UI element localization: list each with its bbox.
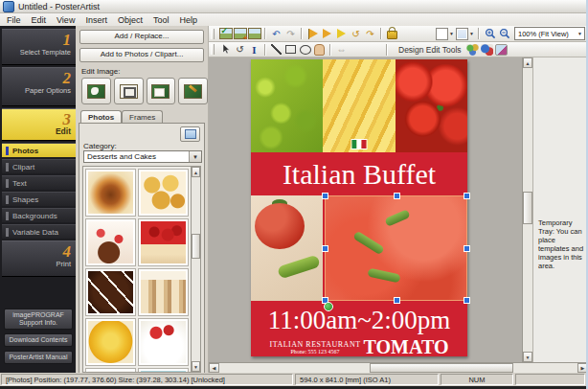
scroll-down-button[interactable]: ▼: [523, 352, 532, 362]
design-edit-tools-label: Design Edit Tools: [398, 45, 462, 55]
tab-photos[interactable]: Photos: [80, 110, 122, 123]
resize-handle-top-right[interactable]: [464, 193, 470, 199]
toolbar-grip[interactable]: [211, 44, 215, 55]
posterartist-manual-button[interactable]: PosterArtist Manual: [4, 351, 73, 364]
selected-photo-object[interactable]: [325, 195, 467, 301]
fit-view-button[interactable]: ⇔: [334, 43, 349, 57]
menu-tool[interactable]: Tool: [153, 15, 170, 25]
tomatoes-image[interactable]: [396, 59, 467, 152]
align-left-button[interactable]: [305, 27, 320, 40]
photo-thumbnail[interactable]: [85, 218, 136, 266]
photo-thumbnail[interactable]: [85, 268, 136, 316]
scroll-up-button[interactable]: ▲: [523, 57, 532, 68]
resize-handle-middle-left[interactable]: [322, 245, 328, 252]
scroll-up-button[interactable]: ▲: [192, 167, 200, 177]
redo-button[interactable]: ↷: [283, 27, 298, 40]
canvas-vertical-scrollbar[interactable]: ▲ ▼: [522, 57, 532, 362]
menu-view[interactable]: View: [57, 15, 75, 25]
line-tool-button[interactable]: [269, 43, 283, 57]
text-tool-button[interactable]: I: [247, 43, 261, 57]
add-replace-image-button[interactable]: +: [233, 27, 247, 40]
step-paper-options[interactable]: 2 Paper Options: [2, 67, 76, 106]
canvas-horizontal-scrollbar[interactable]: ◀ ▶: [209, 362, 588, 373]
pasta-image[interactable]: [323, 59, 396, 152]
step-edit[interactable]: 3 Edit: [2, 108, 76, 141]
scrollbar-thumb[interactable]: [370, 363, 513, 373]
resize-handle-top-left[interactable]: [322, 193, 328, 199]
download-contents-button[interactable]: Download Contents: [4, 333, 73, 347]
align-distribute-button[interactable]: [320, 27, 334, 40]
marker: [6, 195, 9, 204]
menu-object[interactable]: Object: [118, 15, 143, 25]
resize-handle-bottom-center[interactable]: [394, 297, 400, 304]
rectangle-tool-button[interactable]: [283, 43, 298, 57]
toolbar-grip[interactable]: [211, 29, 215, 39]
zoom-level-combobox[interactable]: 100% (Fit View) ▼: [514, 27, 585, 40]
auto-design-button[interactable]: [466, 44, 479, 56]
temporary-tray[interactable]: Temporary Tray: You can place templates …: [532, 57, 588, 362]
photo-thumbnail[interactable]: [85, 318, 136, 366]
sidebar-item-backgrounds[interactable]: Backgrounds: [2, 208, 76, 222]
sidebar-item-variable-data[interactable]: Variable Data: [2, 224, 76, 239]
scroll-right-button[interactable]: ▶: [577, 363, 588, 373]
menu-edit[interactable]: Edit: [32, 15, 47, 25]
photo-thumbnail[interactable]: [138, 218, 189, 266]
rotate-right-button[interactable]: ↷: [363, 27, 377, 40]
flip-button[interactable]: [334, 27, 349, 40]
scroll-down-button[interactable]: ▼: [192, 361, 200, 372]
poster-footer[interactable]: ITALIAN RESTAURANT Phone: 555 123 4567 T…: [251, 336, 467, 358]
ellipse-tool-button[interactable]: [298, 43, 312, 57]
canvas-area[interactable]: Italian Buffet: [209, 57, 588, 362]
rotate-left-button[interactable]: ↺: [349, 27, 363, 40]
sidebar-item-clipart[interactable]: Clipart: [2, 159, 76, 173]
tomato-pea-image[interactable]: [251, 195, 323, 301]
lock-button[interactable]: [385, 27, 399, 40]
lettuce-image[interactable]: [251, 59, 323, 152]
photo-thumbnail[interactable]: [85, 169, 136, 217]
undo-button[interactable]: ↶: [269, 27, 283, 40]
cutout-button[interactable]: [81, 78, 111, 104]
select-template-button[interactable]: ✓: [218, 27, 233, 40]
zoom-in-button[interactable]: [483, 27, 497, 40]
rotate-handle[interactable]: [324, 302, 333, 311]
imageprograf-support-button[interactable]: imagePROGRAF Support Info.: [4, 309, 73, 330]
menu-help[interactable]: Help: [179, 15, 197, 25]
add-to-library-button[interactable]: [247, 27, 261, 40]
paper-options-dropdown[interactable]: ▼: [436, 28, 454, 40]
poster-page[interactable]: Italian Buffet: [251, 59, 467, 356]
add-replace-button[interactable]: Add / Replace...: [79, 30, 204, 44]
photo-thumbnail[interactable]: [138, 268, 189, 316]
photo-thumbnail[interactable]: [138, 169, 189, 217]
trim-button[interactable]: [114, 78, 144, 104]
photo-grid-scrollbar[interactable]: ▲ ▼: [191, 166, 201, 373]
grid-options-dropdown[interactable]: ▼: [456, 28, 474, 40]
frame-button[interactable]: [147, 78, 176, 104]
menu-insert[interactable]: Insert: [85, 15, 107, 25]
photo-thumbnail[interactable]: [138, 318, 189, 366]
hand-tool-button[interactable]: [312, 43, 327, 57]
ambient-color-button[interactable]: [495, 44, 508, 56]
scroll-left-button[interactable]: ◀: [209, 363, 219, 373]
retouch-button[interactable]: [178, 78, 208, 104]
tab-frames[interactable]: Frames: [122, 110, 163, 123]
poster-title[interactable]: Italian Buffet: [251, 152, 467, 195]
poster-hours-text[interactable]: 11:00am~2:00pm: [251, 304, 467, 335]
category-dropdown[interactable]: Desserts and Cakes ▼: [83, 150, 202, 163]
add-to-photos-clipart-button[interactable]: Add to Photos / Clipart...: [79, 48, 204, 62]
view-mode-button[interactable]: [180, 126, 200, 142]
design-variation-button[interactable]: [481, 44, 493, 56]
sidebar-item-photos[interactable]: Photos: [2, 143, 76, 157]
select-tool-button[interactable]: [218, 43, 233, 57]
scrollbar-thumb[interactable]: [192, 234, 200, 259]
rotate-tool-button[interactable]: ↺: [233, 43, 247, 57]
resize-handle-middle-right[interactable]: [464, 245, 470, 252]
step-print[interactable]: 4 Print: [2, 240, 76, 277]
resize-handle-bottom-right[interactable]: [464, 297, 470, 304]
sidebar-item-shapes[interactable]: Shapes: [2, 192, 76, 206]
sidebar-item-text[interactable]: Text: [2, 175, 76, 190]
step-select-template[interactable]: 1 Select Template: [2, 29, 76, 65]
scrollbar-thumb[interactable]: [523, 192, 532, 224]
zoom-out-button[interactable]: [497, 27, 511, 40]
resize-handle-top-center[interactable]: [394, 193, 400, 199]
menu-file[interactable]: File: [7, 15, 21, 25]
